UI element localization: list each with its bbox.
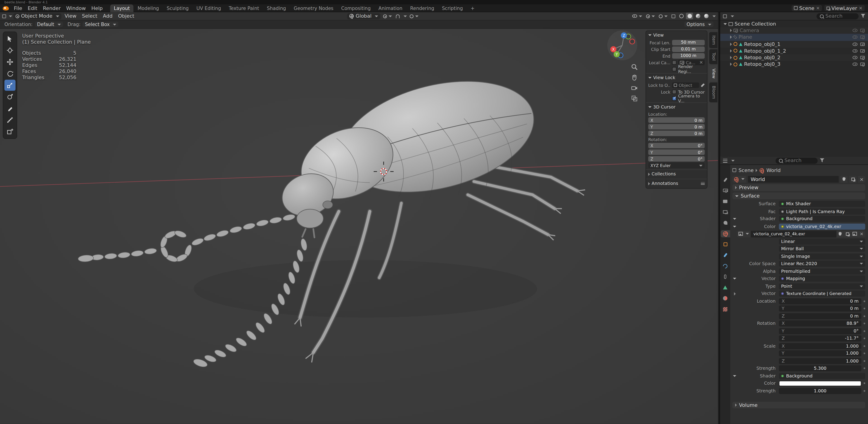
outliner-search[interactable] [816,13,859,19]
collections-header[interactable]: Collections [646,169,707,177]
euler-mode-dropdown[interactable]: XYZ Euler [648,163,705,168]
viewport-3d[interactable]: User Perspective (1) Scene Collection | … [0,29,718,424]
workspace-tab-animation[interactable]: Animation [375,4,406,12]
menu-help[interactable]: Help [89,5,105,11]
outliner-row-scene-collection[interactable]: Scene Collection [720,21,868,27]
to-3d-cursor-checkbox[interactable] [672,90,677,94]
shading-solid-button[interactable] [686,13,693,19]
render-visibility-icon[interactable] [860,42,865,46]
shading-wireframe-button[interactable] [678,13,685,19]
snap-toggle[interactable] [394,13,401,19]
workspace-tab-rendering[interactable]: Rendering [406,4,438,12]
breadcrumb-scene[interactable]: Scene [739,167,753,173]
eyedropper-icon[interactable] [701,83,705,87]
image-unlink-button[interactable]: × [858,231,865,237]
rotation-z-field[interactable]: Z-11.7° [779,335,862,341]
gizmos-dropdown[interactable] [644,13,656,19]
object-types-visibility-dropdown[interactable] [630,13,643,19]
type-dropdown[interactable]: Point [779,283,865,289]
drag-setting-dropdown[interactable]: Select Box [83,22,119,27]
menu-viewport-add[interactable]: Add [101,13,115,19]
shader1-value-field[interactable]: Background [779,216,865,222]
world-browse-button[interactable] [732,175,746,182]
clip-end-field[interactable]: 1000 m [672,53,705,59]
menu-file[interactable]: File [11,5,25,11]
sidebar-tab-bloom[interactable]: Bloom [709,83,717,102]
render-region-checkbox[interactable] [672,67,677,71]
tab-render[interactable] [721,187,730,194]
render-visibility-icon[interactable] [860,49,865,53]
zoom-icon[interactable] [630,63,638,71]
camera-to-view-checkbox[interactable] [672,96,677,101]
outliner-row-retopo-obj0-2[interactable]: Retopo_obj0_2 [720,54,868,61]
workspace-tab-uv-editing[interactable]: UV Editing [193,4,225,12]
unlink-scene-icon[interactable]: × [816,6,819,10]
image-browse-button[interactable] [737,231,751,237]
cursor-rot-x-field[interactable]: X0° [648,143,705,148]
transform-orientation-dropdown[interactable]: Global [347,13,380,19]
cursor-rot-z-field[interactable]: Z0° [648,156,705,161]
workspace-tab-shading[interactable]: Shading [263,4,290,12]
scene-render[interactable] [0,29,718,424]
outliner-row-retopo-obj0-1[interactable]: Retopo_obj0_1 [720,41,868,47]
view-lock-header[interactable]: View Lock [646,73,707,81]
add-workspace-button[interactable]: + [467,4,478,12]
hide-eye-icon[interactable] [852,29,858,32]
rotation-y-field[interactable]: Y0° [779,328,862,334]
image-fake-user-button[interactable] [837,231,844,237]
image-name-field[interactable]: victoria_curve_02_4k.exr [751,231,837,237]
collapse-icon[interactable] [733,278,736,279]
lock-to-object-field[interactable]: Object [672,83,699,88]
cursor-tool[interactable] [4,45,16,56]
outliner-search-input[interactable] [826,13,855,19]
beetle-far-legs[interactable] [468,163,585,240]
properties-filter-icon[interactable] [820,158,824,163]
volume-panel-header[interactable]: Volume [732,401,865,408]
menu-window[interactable]: Window [63,5,88,11]
hide-eye-icon[interactable] [852,56,858,59]
filter-icon[interactable] [861,14,865,18]
menu-edit[interactable]: Edit [25,5,40,11]
rotation-x-field[interactable]: X88.9° [779,321,862,327]
scale-y-field[interactable]: Y1.000 [779,350,862,356]
outliner-row-retopo-obj0-3[interactable]: Retopo_obj0_3 [720,61,868,68]
location-z-field[interactable]: Z0 m [779,313,862,319]
transform-tool[interactable] [4,91,16,102]
source-dropdown[interactable]: Single Image [779,253,865,259]
tab-texture[interactable] [721,305,730,313]
mode-dropdown[interactable]: Object Mode [13,13,61,19]
annotate-tool[interactable] [4,103,16,114]
workspace-tab-compositing[interactable]: Compositing [337,4,375,12]
perspective-toggle-icon[interactable] [630,95,638,102]
shading-dropdown-caret-icon[interactable] [712,15,716,17]
collapse-icon[interactable] [733,218,736,220]
decorator-dot-icon[interactable] [864,315,865,317]
shading-rendered-button[interactable] [703,13,710,19]
decorator-dot-icon[interactable] [864,367,865,369]
tab-output[interactable] [721,198,730,205]
hide-eye-icon[interactable] [852,49,858,53]
snap-dropdown-caret-icon[interactable] [404,15,407,17]
properties-editor-icon[interactable] [723,158,727,162]
breadcrumb-world[interactable]: World [767,167,781,173]
color-space-dropdown[interactable]: Linear Rec.2020 [779,261,865,267]
tab-object[interactable] [721,241,730,248]
properties-search[interactable] [776,158,817,164]
properties-editor-caret-icon[interactable] [731,160,735,161]
decorator-dot-icon[interactable] [864,390,865,391]
unlink-world-button[interactable]: × [858,175,865,182]
scale-tool[interactable] [4,80,16,91]
vector2-value-field[interactable]: Texture Coordinate | Generated [779,290,865,296]
proportional-editing-toggle[interactable] [408,13,420,19]
pan-hand-icon[interactable] [630,74,638,81]
workspace-tab-texture-paint[interactable]: Texture Paint [225,4,263,12]
tab-tool[interactable] [721,176,730,183]
measure-tool[interactable] [4,115,16,126]
interpolation-dropdown[interactable]: Linear [779,238,865,244]
blender-logo-icon[interactable] [3,6,9,10]
shading-material-button[interactable] [694,13,701,19]
outliner-row-camera[interactable]: Camera [720,27,868,34]
annotations-menu-icon[interactable] [701,182,705,185]
menu-viewport-object[interactable]: Object [116,13,136,19]
decorator-dot-icon[interactable] [864,330,865,332]
